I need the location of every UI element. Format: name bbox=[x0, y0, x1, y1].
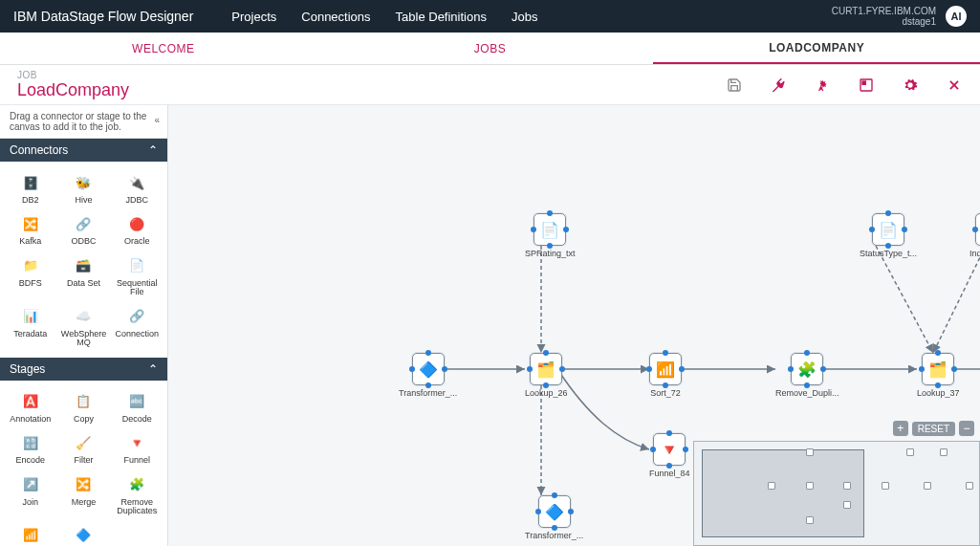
palette-item[interactable]: ☁️ WebSphere MQ bbox=[57, 301, 111, 352]
tab-welcome[interactable]: WELCOME bbox=[0, 33, 327, 64]
palette-item-icon: 📁 bbox=[19, 254, 42, 277]
node-box[interactable]: 🔷 bbox=[412, 353, 445, 385]
node-box[interactable]: 🔻 bbox=[653, 433, 686, 466]
zoom-out-button[interactable]: − bbox=[959, 421, 974, 436]
node-icon: 📄 bbox=[879, 221, 898, 239]
node-box[interactable]: 🗂️ bbox=[530, 353, 562, 385]
node-icon: 🗂️ bbox=[928, 360, 947, 379]
canvas-node[interactable]: 🗂️ Lookup_26 bbox=[525, 353, 568, 398]
palette-item-icon: 📄 bbox=[125, 254, 148, 277]
avatar[interactable]: AI bbox=[946, 6, 967, 27]
palette-item[interactable]: 📋 Copy bbox=[57, 386, 111, 427]
palette-item-label: JDBC bbox=[125, 196, 148, 205]
node-box[interactable]: 📄 bbox=[534, 213, 566, 246]
palette-item-icon: 🔻 bbox=[125, 431, 148, 454]
stages-palette: 🅰️ Annotation📋 Copy🔤 Decode🔡 Encode🧹 Fil… bbox=[0, 381, 167, 546]
zoom-in-button[interactable]: + bbox=[893, 421, 908, 436]
palette-item-label: BDFS bbox=[19, 279, 42, 288]
minimap-viewport[interactable] bbox=[702, 449, 864, 537]
palette-item[interactable]: 🧹 Filter bbox=[57, 427, 111, 469]
palette-item-label: Decode bbox=[122, 415, 152, 424]
palette-item-label: Data Set bbox=[67, 279, 100, 288]
canvas-node[interactable]: 🗂️ Lookup_37 bbox=[917, 353, 960, 398]
palette-item-label: Encode bbox=[16, 456, 46, 465]
node-icon: 🗂️ bbox=[536, 360, 555, 379]
palette-item-icon: 🔡 bbox=[19, 431, 42, 454]
canvas[interactable]: 📄 SPRating_txt 📄 StatusType_t... 📄 Indus… bbox=[168, 105, 980, 546]
palette-item[interactable]: 🔤 Decode bbox=[110, 386, 163, 427]
minimap[interactable] bbox=[693, 441, 980, 546]
gear-icon[interactable] bbox=[902, 76, 919, 94]
wrench-icon[interactable] bbox=[770, 76, 787, 94]
palette-item[interactable]: 🔴 Oracle bbox=[110, 208, 163, 250]
sidebar: Drag a connector or stage to the canvas … bbox=[0, 105, 168, 546]
node-box[interactable]: 🗂️ bbox=[922, 353, 954, 385]
palette-item[interactable]: ↗️ Join bbox=[4, 470, 57, 520]
section-stages-header[interactable]: Stages ⌃ bbox=[0, 358, 167, 381]
palette-item-label: Join bbox=[23, 498, 39, 507]
palette-item[interactable]: 🧩 Remove Duplicates bbox=[110, 470, 163, 520]
node-label: Sort_72 bbox=[650, 388, 681, 398]
svg-rect-1 bbox=[862, 81, 865, 84]
nav-projects[interactable]: Projects bbox=[231, 10, 276, 24]
palette-item[interactable]: 🔀 Kafka bbox=[4, 208, 57, 250]
tab-loadcompany[interactable]: LOADCOMPANY bbox=[653, 33, 980, 64]
node-box[interactable]: 📶 bbox=[649, 353, 682, 385]
palette-icon[interactable] bbox=[858, 76, 875, 94]
palette-item-label: Hive bbox=[75, 196, 92, 205]
node-icon: 🔷 bbox=[545, 503, 564, 521]
palette-item-icon: 🔌 bbox=[125, 171, 148, 194]
node-icon: 📶 bbox=[656, 360, 675, 379]
palette-item-label: Oracle bbox=[124, 237, 150, 246]
node-label: Lookup_37 bbox=[917, 388, 960, 398]
palette-item[interactable]: 🔗 Connection bbox=[110, 301, 163, 352]
node-box[interactable]: 🔷 bbox=[538, 495, 571, 528]
canvas-node[interactable]: 🧩 Remove_Dupli... bbox=[775, 353, 839, 398]
save-icon[interactable] bbox=[726, 76, 743, 94]
node-box[interactable]: 📄 bbox=[975, 213, 980, 246]
palette-item[interactable]: 🔷 Transformer bbox=[57, 519, 111, 546]
canvas-node[interactable]: 🔻 Funnel_84 bbox=[649, 433, 690, 478]
node-box[interactable]: 📄 bbox=[872, 213, 904, 246]
canvas-node[interactable]: 📄 SPRating_txt bbox=[525, 213, 576, 258]
palette-item[interactable]: 🔗 ODBC bbox=[57, 208, 111, 250]
palette-item[interactable]: 🔀 Merge bbox=[57, 470, 111, 520]
user-info: CURT1.FYRE.IBM.COM dstage1 bbox=[832, 6, 936, 27]
palette-item[interactable]: 📶 Sort bbox=[4, 519, 57, 546]
job-label: JOB bbox=[17, 70, 726, 80]
node-label: StatusType_t... bbox=[860, 249, 917, 258]
palette-item[interactable]: 📊 Teradata bbox=[4, 301, 57, 352]
palette-item-label: Remove Duplicates bbox=[112, 498, 162, 516]
reset-button[interactable]: RESET bbox=[912, 422, 955, 436]
palette-item[interactable]: 🗃️ Data Set bbox=[57, 251, 111, 301]
palette-item-label: WebSphere MQ bbox=[59, 330, 109, 348]
canvas-node[interactable]: 📄 Industry_txt bbox=[969, 213, 980, 258]
palette-item[interactable]: 🔻 Funnel bbox=[110, 427, 163, 469]
palette-item-label: Sequential File bbox=[112, 279, 162, 297]
nav-table-definitions[interactable]: Table Definitions bbox=[396, 10, 487, 24]
nav-jobs[interactable]: Jobs bbox=[512, 10, 537, 24]
palette-item-label: Funnel bbox=[123, 456, 150, 465]
run-icon[interactable] bbox=[814, 76, 831, 94]
palette-item[interactable]: 🅰️ Annotation bbox=[4, 386, 57, 427]
palette-item[interactable]: 🐝 Hive bbox=[57, 167, 111, 208]
tab-jobs[interactable]: JOBS bbox=[327, 33, 654, 64]
close-icon[interactable] bbox=[946, 76, 963, 94]
canvas-node[interactable]: 📄 StatusType_t... bbox=[860, 213, 917, 258]
canvas-node[interactable]: 🔷 Transformer_... bbox=[525, 495, 583, 540]
collapse-icon[interactable]: « bbox=[154, 115, 160, 125]
palette-item-label: Copy bbox=[74, 415, 94, 424]
top-nav: Projects Connections Table Definitions J… bbox=[231, 10, 537, 24]
palette-item[interactable]: 📄 Sequential File bbox=[110, 251, 163, 301]
node-box[interactable]: 🧩 bbox=[791, 353, 823, 385]
canvas-node[interactable]: 🔷 Transformer_... bbox=[399, 353, 457, 398]
palette-item[interactable]: 🗄️ DB2 bbox=[4, 167, 57, 208]
palette-item[interactable]: 📁 BDFS bbox=[4, 251, 57, 301]
palette-item-icon: 🔗 bbox=[125, 305, 148, 328]
node-label: Transformer_... bbox=[525, 531, 583, 540]
palette-item[interactable]: 🔡 Encode bbox=[4, 427, 57, 469]
canvas-node[interactable]: 📶 Sort_72 bbox=[649, 353, 682, 398]
section-connectors-header[interactable]: Connectors ⌃ bbox=[0, 139, 167, 162]
palette-item[interactable]: 🔌 JDBC bbox=[110, 167, 163, 208]
nav-connections[interactable]: Connections bbox=[301, 10, 370, 24]
